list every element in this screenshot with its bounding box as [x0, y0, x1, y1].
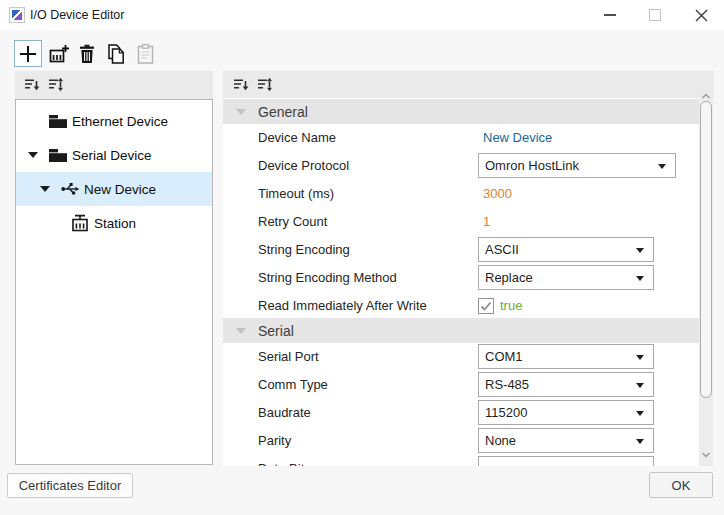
- section-collapse-icon: [236, 328, 246, 334]
- property-value[interactable]: 3000: [483, 180, 512, 208]
- collapse-all-icon[interactable]: [24, 77, 40, 96]
- chevron-down-icon: [636, 383, 644, 388]
- dropdown-comm-type[interactable]: RS-485: [478, 372, 654, 397]
- dropdown-parity[interactable]: None: [478, 428, 654, 453]
- property-label: Device Name: [258, 124, 336, 152]
- ok-button[interactable]: OK: [649, 472, 713, 498]
- dropdown-device-protocol[interactable]: Omron HostLink: [478, 153, 676, 178]
- property-row-device-name: Device NameNew Device: [223, 124, 699, 152]
- folder-icon: [48, 113, 68, 129]
- add-device-button[interactable]: [14, 40, 42, 67]
- dropdown-data-bits[interactable]: [478, 456, 654, 466]
- expander-arrow-icon[interactable]: [27, 152, 39, 158]
- property-label: Timeout (ms): [258, 180, 334, 208]
- property-label: Device Protocol: [258, 152, 349, 180]
- tree-item-label: Ethernet Device: [72, 114, 168, 129]
- minimize-button[interactable]: [593, 0, 627, 30]
- title-bar: I/O Device Editor: [0, 0, 724, 30]
- checkbox-read-immediately-after-write[interactable]: [478, 298, 494, 314]
- dropdown-value: None: [485, 433, 516, 448]
- property-row-device-protocol: Device ProtocolOmron HostLink: [223, 152, 699, 180]
- property-label: Serial Port: [258, 343, 319, 371]
- copy-button[interactable]: [102, 40, 130, 67]
- chevron-down-icon: [658, 164, 666, 169]
- chevron-down-icon: [636, 248, 644, 253]
- chevron-down-icon: [636, 439, 644, 444]
- paste-button[interactable]: [131, 40, 159, 67]
- paste-icon: [137, 44, 154, 64]
- window-title: I/O Device Editor: [30, 0, 124, 30]
- property-value[interactable]: 1: [483, 208, 490, 236]
- tree-item-label: Station: [94, 216, 136, 231]
- chevron-down-icon: [636, 355, 644, 360]
- close-button[interactable]: [684, 0, 718, 30]
- dropdown-string-encoding[interactable]: ASCII: [478, 237, 654, 262]
- dropdown-value: RS-485: [485, 377, 529, 392]
- plus-icon: [19, 45, 37, 63]
- property-label: Retry Count: [258, 208, 327, 236]
- folder-icon: [48, 147, 68, 163]
- property-label: Read Immediately After Write: [258, 292, 427, 320]
- property-grid: GeneralDevice NameNew DeviceDevice Proto…: [223, 98, 699, 466]
- dropdown-baudrate[interactable]: 115200: [478, 400, 654, 425]
- certificates-editor-button[interactable]: Certificates Editor: [7, 473, 133, 498]
- scrollbar-down-button[interactable]: [699, 448, 713, 462]
- property-label: Baudrate: [258, 399, 311, 427]
- station-icon: [71, 214, 89, 232]
- property-label: Parity: [258, 427, 291, 455]
- trash-icon: [78, 44, 96, 64]
- property-row-baudrate: Baudrate115200: [223, 399, 699, 427]
- property-label: Comm Type: [258, 371, 328, 399]
- copy-icon: [106, 44, 126, 64]
- tree-toolbar: [15, 71, 213, 99]
- station-plus-icon: [49, 44, 71, 64]
- properties-toolbar: [223, 71, 714, 98]
- tree-item-label: New Device: [84, 182, 156, 197]
- scrollbar-up-button[interactable]: [699, 88, 713, 100]
- property-row-string-encoding-method: String Encoding MethodReplace: [223, 264, 699, 292]
- scrollbar-thumb[interactable]: [700, 101, 712, 398]
- usb-device-icon: [61, 181, 80, 197]
- section-collapse-icon: [236, 109, 246, 115]
- property-row-timeout-ms-: Timeout (ms)3000: [223, 180, 699, 208]
- chevron-down-icon: [636, 411, 644, 416]
- dropdown-value: ASCII: [485, 242, 519, 257]
- device-tree: Ethernet DeviceSerial DeviceNew DeviceSt…: [15, 99, 213, 465]
- property-row-serial-port: Serial PortCOM1: [223, 343, 699, 371]
- app-icon: [9, 7, 25, 23]
- tree-item-new-device[interactable]: New Device: [16, 172, 212, 206]
- property-row-retry-count: Retry Count1: [223, 208, 699, 236]
- tree-item-label: Serial Device: [72, 148, 152, 163]
- section-header-general[interactable]: General: [223, 99, 699, 124]
- dropdown-serial-port[interactable]: COM1: [478, 344, 654, 369]
- dropdown-string-encoding-method[interactable]: Replace: [478, 265, 654, 290]
- expand-all-icon[interactable]: [48, 77, 64, 96]
- tree-item-serial-device[interactable]: Serial Device: [16, 138, 212, 172]
- property-value[interactable]: New Device: [483, 124, 552, 152]
- maximize-button[interactable]: [638, 0, 672, 30]
- chevron-down-icon: [636, 276, 644, 281]
- dropdown-value: Omron HostLink: [485, 158, 579, 173]
- section-header-serial[interactable]: Serial: [223, 318, 699, 343]
- property-row-data-bits: Data Bits: [223, 455, 699, 466]
- section-title: Serial: [258, 323, 294, 339]
- property-row-string-encoding: String EncodingASCII: [223, 236, 699, 264]
- dropdown-value: COM1: [485, 349, 523, 364]
- expand-all-icon[interactable]: [257, 77, 273, 96]
- section-title: General: [258, 104, 308, 120]
- checkbox-value-label: true: [500, 292, 522, 320]
- property-label: Data Bits: [258, 455, 311, 466]
- property-label: String Encoding Method: [258, 264, 397, 292]
- check-icon: [479, 299, 493, 313]
- property-label: String Encoding: [258, 236, 350, 264]
- close-icon: [684, 0, 718, 30]
- property-row-read-immediately-after-write: Read Immediately After Writetrue: [223, 292, 699, 320]
- add-station-button[interactable]: [46, 40, 74, 67]
- collapse-all-icon[interactable]: [233, 77, 249, 96]
- tree-item-ethernet-device[interactable]: Ethernet Device: [16, 104, 212, 138]
- tree-item-station[interactable]: Station: [16, 206, 212, 240]
- delete-button[interactable]: [73, 40, 101, 67]
- expander-arrow-icon[interactable]: [39, 186, 51, 192]
- property-row-parity: ParityNone: [223, 427, 699, 455]
- dropdown-value: Replace: [485, 270, 533, 285]
